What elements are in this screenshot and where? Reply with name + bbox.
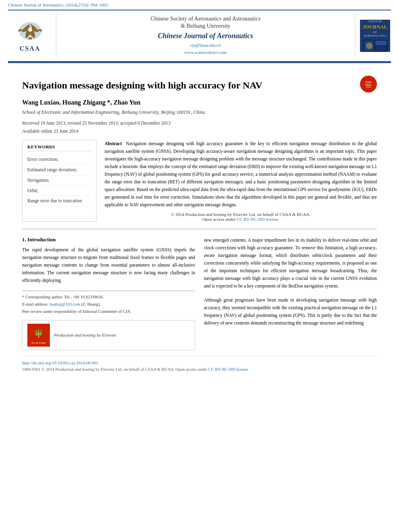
header-email-link[interactable]: cja@buaa.edu.cn [190,43,220,47]
footnote-email-label: E-mail address: [22,302,49,306]
elsevier-name: ELSEVIER [31,341,47,345]
badge-sub2: AERONAUTICS [364,34,387,38]
abstract-label: Abstract [105,141,122,146]
csaa-logo-area: CSAA [8,14,56,58]
abstract-text: Abstract Navigation message designing wi… [105,140,377,209]
society-line2: & Beihang University [64,23,347,29]
keywords-box: KEYWORDS Error correction; Estimated ran… [22,140,97,222]
header-center-text: Chinese Society of Aeronautics and Astro… [56,14,355,58]
eagle-icon [16,20,44,42]
crossmark-badge-area[interactable]: Cross Mark [360,76,377,92]
keywords-title: KEYWORDS [27,144,91,151]
license-link[interactable]: CC BY-NC-ND license. [237,217,279,222]
journal-cover-thumbnail [363,40,387,52]
abstract-body: Navigation message designing with high a… [105,141,377,207]
doi-link[interactable]: http://dx.doi.org/10.1016/j.cja.2014.06.… [22,360,99,365]
footnote-asterisk: * Corresponding author. Tel.: +86 10 823… [22,294,195,301]
elsevier-production-text: Production and hosting by Elsevier [54,333,116,337]
body-col-right: new emerged contents. A major impediment… [204,236,377,350]
svg-point-1 [29,26,30,27]
section1-para3: Although great progresses have been made… [204,296,377,327]
copyright-line: © 2014 Production and hosting by Elsevie… [105,212,377,217]
abstract-column: Abstract Navigation message designing wi… [105,140,377,222]
keyword-item: Estimated range deviation; [27,165,91,175]
section1-para1: The rapid development of the global navi… [22,246,195,284]
svg-rect-5 [375,46,387,51]
dates-line1: Received 19 June 2013; revised 25 Novemb… [22,119,377,127]
journal-title-header: Chinese Journal of Aeronautics [64,32,347,40]
society-line1: Chinese Society of Aeronautics and Astro… [64,16,347,22]
open-access-text: Open access under [202,217,235,222]
journal-header: CSAA Chinese Society of Aeronautics and … [8,10,391,62]
svg-text:Mark: Mark [366,84,372,86]
footnote-area: * Corresponding author. Tel.: +86 10 823… [22,291,195,315]
footnote-email-suffix: (Z. Huang). [80,302,101,306]
elsevier-logo-icon [31,326,47,340]
svg-rect-4 [375,41,387,45]
crossmark-icon: Cross Mark [363,78,374,90]
svg-text:Cross: Cross [366,81,372,83]
body-two-col: 1. Introduction The rapid development of… [22,236,377,350]
badge-title: CHINESE [368,20,382,24]
issn-text: 1000-9361 © 2014 Production and hosting … [22,367,207,372]
body-col-left: 1. Introduction The rapid development of… [22,236,195,350]
title-area: Navigation message designing with high a… [22,79,377,92]
dates-line2: Available online 23 June 2014 [22,127,377,136]
journal-citation-link[interactable]: Chinese Journal of Aeronautics, (2014),2… [0,0,399,10]
crossmark-badge: Cross Mark [360,76,377,92]
footnote-email: E-mail address: baahzg@163.com (Z. Huang… [22,301,195,308]
csaa-acronym: CSAA [16,45,44,52]
section1-title: 1. Introduction [22,236,195,243]
bottom-license-link[interactable]: CC BY-NC-ND license. [208,367,249,372]
footnote-peer-review: Peer review under responsibility of Edit… [22,308,195,315]
header-website-link[interactable]: www.sciencedirect.com [185,50,227,55]
header-urls: cja@buaa.edu.cn www.sciencedirect.com [64,42,347,56]
journal-badge: CHINESE JOURNAL OF AERONAUTICS [360,20,390,52]
bottom-doi-area: http://dx.doi.org/10.1016/j.cja.2014.06.… [22,356,377,372]
keywords-list: Error correction; Estimated range deviat… [27,154,91,206]
dates-area: Received 19 June 2013; revised 25 Novemb… [22,119,377,135]
journal-badge-area: CHINESE JOURNAL OF AERONAUTICS [355,14,391,58]
authors-line: Wang Luxiao, Huang Zhigang *, Zhao Yun [22,99,377,106]
paper-content-area: Navigation message designing with high a… [0,63,399,379]
elsevier-logo: ELSEVIER [27,324,50,347]
issn-line: 1000-9361 © 2014 Production and hosting … [22,367,377,372]
keyword-item: Range error due to truncation [27,196,91,206]
section-divider [22,229,377,229]
license-line: Open access under CC BY-NC-ND license. [105,217,377,222]
affiliation-line: School of Electronic and Information Eng… [22,109,377,115]
keyword-item: Error correction; [27,154,91,165]
elsevier-footer: ELSEVIER Production and hosting by Elsev… [22,320,195,350]
section1-para2: new emerged contents. A major impediment… [204,236,377,290]
abstract-section: KEYWORDS Error correction; Estimated ran… [22,140,377,222]
paper-title: Navigation message designing with high a… [22,79,296,92]
keyword-item: Orbit; [27,186,91,196]
badge-main: JOURNAL [363,24,388,31]
keyword-item: Navigation; [27,175,91,186]
svg-point-6 [366,43,372,49]
footnote-email-link[interactable]: baahzg@163.com [49,302,80,306]
badge-sub1: OF [373,31,377,35]
